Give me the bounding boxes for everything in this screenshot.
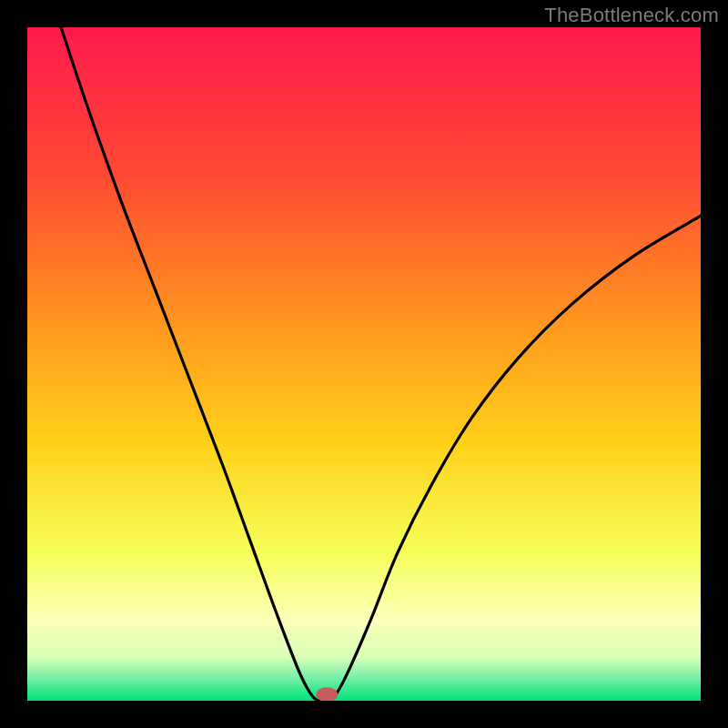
gradient-background — [27, 27, 701, 701]
watermark-text: TheBottleneck.com — [544, 4, 719, 27]
chart-frame: TheBottleneck.com — [0, 0, 728, 728]
bottleneck-chart — [27, 27, 701, 701]
plot-area — [27, 27, 701, 701]
